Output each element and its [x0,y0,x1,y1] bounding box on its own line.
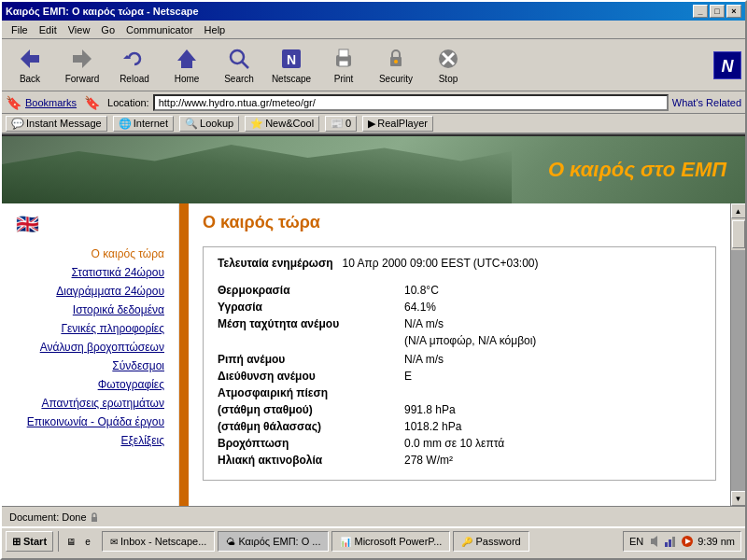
menu-communicator[interactable]: Communicator [120,22,199,37]
netscape-button[interactable]: N Netscape [267,43,316,88]
home-icon [174,46,200,72]
sidebar-link-contact[interactable]: Επικοινωνία - Ομάδα έργου [7,413,174,431]
reload-button[interactable]: Reload [110,43,159,88]
taskbar-app-kairos[interactable]: 🌤 Καιρός ΕΜΠ: Ο ... [218,531,329,552]
pressure-sea-label: (στάθμη θάλασσας) [218,420,404,433]
show-desktop-icon[interactable]: 🖥 [63,534,78,549]
instant-message-button[interactable]: 💬 Instant Message [6,116,107,132]
locationbar: 🔖 Bookmarks 🔖 Location: What's Related [2,91,745,114]
stop-icon [435,46,461,72]
sidebar-link-rainfall-analysis[interactable]: Ανάλυση βροχοπτώσεων [7,338,174,357]
internet-icon: 🌐 [119,118,132,130]
sidebar-link-historical[interactable]: Ιστορικά δεδομένα [7,301,174,319]
separator-icon: 🔖 [84,95,100,110]
stop-button[interactable]: Stop [424,43,472,88]
volume-icon[interactable] [647,535,660,548]
menu-view[interactable]: View [63,22,96,37]
svg-rect-1 [28,55,39,63]
svg-rect-24 [672,537,675,547]
sidebar: 🇬🇧 Ο καιρός τώρα Στατιστικά 24ώρου Διαγρ… [2,203,179,506]
start-button[interactable]: ⊞ Start [6,531,53,552]
page-title: Ο καιρός τώρα [203,213,716,232]
uk-flag-icon[interactable]: 🇬🇧 [16,213,174,235]
kairos-icon: 🌤 [226,537,235,547]
svg-marker-21 [651,536,657,547]
print-button[interactable]: Print [319,43,368,88]
menu-edit[interactable]: Edit [34,22,63,37]
realplayer-button[interactable]: ▶ RealPlayer [362,116,433,132]
lang-indicator: EN [629,536,643,547]
taskbar-app-password[interactable]: 🔑 Password [453,531,529,552]
sidebar-link-current-weather[interactable]: Ο καιρός τώρα [7,245,174,263]
zero-button[interactable]: 📰 0 [325,116,357,132]
wind-speed-row: Μέση ταχύτητα ανέμου N/A m/s [218,317,701,330]
zero-icon: 📰 [331,118,344,130]
forward-button[interactable]: Forward [58,43,106,88]
status-text: Document: Done [9,511,87,523]
pressure-sea-row: (στάθμη θάλασσας) 1018.2 hPa [218,420,701,433]
sidebar-link-charts24[interactable]: Διαγράμματα 24ώρου [7,282,174,301]
scrollbar[interactable]: ▲ ▼ [730,203,745,506]
ie-icon[interactable]: e [80,534,95,549]
wind-dir-value: E [404,370,701,383]
pressure-station-row: (στάθμη σταθμού) 991.8 hPa [218,403,701,416]
taskbar-app-powerpoint[interactable]: 📊 Microsoft PowerP... [331,531,450,552]
svg-point-6 [231,50,244,63]
bookmark-icon: 🔖 [6,95,21,110]
back-button[interactable]: Back [6,43,54,88]
wind-speed-label: Μέση ταχύτητα ανέμου [218,317,404,330]
rainfall-value: 0.0 mm σε 10 λεπτά [404,437,701,450]
menubar: File Edit View Go Communicator Help [2,21,745,39]
security-button[interactable]: Security [372,43,420,88]
minimize-button[interactable]: _ [693,5,708,18]
sidebar-link-developments[interactable]: Εξελίξεις [7,431,174,450]
bookmarks-label[interactable]: Bookmarks [25,97,77,108]
network-icon[interactable] [664,535,677,548]
inbox-icon: ✉ [110,537,118,547]
sidebar-link-general-info[interactable]: Γενικές πληροφορίες [7,319,174,338]
close-button[interactable]: × [726,5,741,18]
titlebar-title: Καιρός ΕΜΠ: Ο καιρός τώρα - Netscape [6,6,199,17]
titlebar-buttons: _ □ × [693,5,741,18]
taskbar-app-inbox[interactable]: ✉ Inbox - Netscape... [102,531,215,552]
realplayer-icon: ▶ [368,118,375,130]
search-icon [226,46,252,72]
location-input[interactable] [153,94,669,111]
taskbar-separator [58,531,59,552]
sidebar-link-faq[interactable]: Απαντήσεις ερωτημάτων [7,394,174,413]
svg-rect-11 [339,49,348,57]
newcool-button[interactable]: ⭐ New&Cool [245,116,319,132]
orange-separator [179,203,189,506]
forward-icon [69,46,95,72]
solar-value: 278 W/m² [404,454,701,467]
lookup-icon: 🔍 [185,118,198,130]
scroll-down-button[interactable]: ▼ [731,491,746,506]
menu-file[interactable]: File [6,22,34,37]
personal-toolbar: 💬 Instant Message 🌐 Internet 🔍 Lookup ⭐ … [2,114,745,134]
home-button[interactable]: Home [162,43,211,88]
svg-line-7 [242,62,248,68]
menu-help[interactable]: Help [199,22,232,37]
whats-related-link[interactable]: What's Related [672,97,741,108]
scroll-track-area[interactable] [731,250,745,491]
temp-label: Θερμοκρασία [218,284,404,297]
maximize-button[interactable]: □ [710,5,725,18]
svg-point-14 [394,60,398,63]
menu-go[interactable]: Go [95,22,120,37]
sidebar-link-photos[interactable]: Φωτογραφίες [7,375,174,394]
gust-label: Ριπή ανέμου [218,353,404,366]
main-content: Ο καιρός τώρα Τελευταία ενημέρωση 10 Απρ… [189,203,730,506]
svg-rect-22 [665,542,668,547]
search-button[interactable]: Search [215,43,263,88]
secure-icon [87,510,102,525]
scroll-thumb[interactable] [732,220,745,248]
sidebar-link-stats24[interactable]: Στατιστικά 24ώρου [7,263,174,282]
sidebar-link-links[interactable]: Σύνδεσμοι [7,357,174,375]
lookup-button[interactable]: 🔍 Lookup [179,116,239,132]
solar-label: Ηλιακή ακτινοβολία [218,454,404,467]
pressure-station-label: (στάθμη σταθμού) [218,403,404,416]
internet-button[interactable]: 🌐 Internet [113,116,174,132]
wind-speed-value: N/A m/s [404,317,701,330]
scroll-up-button[interactable]: ▲ [731,203,746,218]
realplayer-tray-icon[interactable] [681,535,694,548]
